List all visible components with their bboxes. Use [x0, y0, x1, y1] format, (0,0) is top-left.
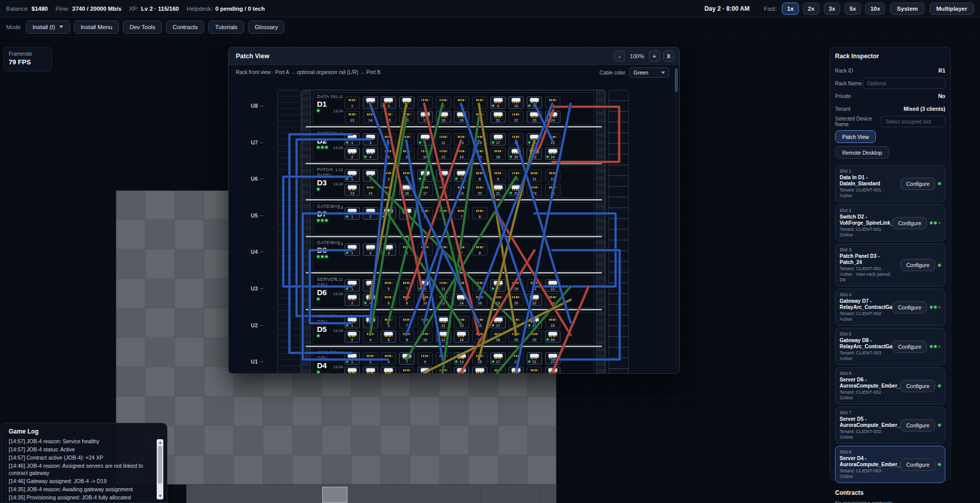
port-cell[interactable]: 16 [472, 367, 487, 373]
speed-button-5x[interactable]: 5x [844, 3, 861, 15]
port-cell[interactable]: 22 [527, 294, 542, 306]
port-cell[interactable]: 23 [545, 279, 560, 292]
remote-desktop-button[interactable]: Remote Desktop [835, 146, 889, 159]
port-cell[interactable]: 6 [381, 148, 396, 160]
system-button[interactable]: System [890, 3, 924, 15]
port-cell[interactable]: 24 [545, 367, 560, 373]
port-cell[interactable]: 5 [381, 279, 396, 292]
configure-button[interactable]: Configure [900, 459, 935, 471]
port-cell[interactable]: 7 [399, 352, 414, 365]
port-cell[interactable]: 1 [345, 133, 360, 146]
port-cell[interactable]: 8 [472, 170, 487, 182]
port-cell[interactable]: 7 [454, 170, 469, 182]
port-cell[interactable]: 5 [418, 97, 433, 109]
port-cell[interactable]: 23 [527, 111, 542, 123]
port-cell[interactable]: 6 [436, 170, 451, 182]
port-cell[interactable]: 14 [454, 330, 469, 343]
port-cell[interactable]: 6 [381, 330, 396, 343]
port-cell[interactable]: 10 [508, 97, 524, 109]
mode-select[interactable]: Install (I) [26, 20, 70, 34]
port-cell[interactable]: 4 [363, 148, 378, 160]
port-cell[interactable]: 23 [545, 133, 560, 146]
multiplayer-button[interactable]: Multiplayer [929, 3, 974, 15]
port-cell[interactable]: 10 [418, 330, 433, 343]
port-cell[interactable]: 4 [363, 294, 378, 306]
slot-card-1[interactable]: Slot 1Data In D1 - DataIn_StandardTenant… [835, 165, 945, 202]
configure-button[interactable]: Configure [900, 380, 935, 392]
configure-button[interactable]: Configure [892, 341, 927, 353]
port-cell[interactable]: 11 [436, 279, 451, 292]
configure-button[interactable]: Configure [900, 178, 935, 190]
port-cell[interactable]: 11 [527, 170, 542, 182]
port-cell[interactable]: 4 [399, 170, 414, 182]
port-cell[interactable]: 18 [491, 294, 506, 306]
port-cell[interactable]: 20 [508, 148, 524, 160]
port-cell[interactable]: 17 [418, 111, 433, 123]
port-cell[interactable]: 17 [491, 279, 506, 292]
port-cell[interactable]: 9 [491, 97, 506, 109]
port-cell[interactable]: 2 [363, 207, 378, 220]
port-cell[interactable]: 19 [454, 184, 469, 196]
port-cell[interactable]: 14 [363, 184, 378, 196]
port-cell[interactable]: 5 [418, 207, 433, 220]
port-cell[interactable]: 24 [545, 294, 560, 306]
port-cell[interactable]: 6 [436, 97, 451, 109]
port-cell[interactable]: 7 [399, 279, 414, 292]
slot-card-7[interactable]: Slot 7Server D5 - AuroraCompute_Ember_1U… [835, 406, 945, 444]
port-cell[interactable]: 2 [345, 367, 360, 373]
port-cell[interactable]: 2 [345, 330, 360, 343]
port-cell[interactable]: 14 [454, 294, 469, 306]
port-cell[interactable]: 23 [545, 316, 560, 328]
port-cell[interactable]: 20 [472, 184, 487, 196]
port-cell[interactable]: 16 [399, 111, 414, 123]
port-cell[interactable]: 13 [454, 133, 469, 146]
scroll-up-icon[interactable] [159, 441, 162, 444]
port-cell[interactable]: 1 [345, 316, 360, 328]
toolbar-button-install-menu[interactable]: Install Menu [74, 20, 119, 34]
port-cell[interactable]: 12 [436, 330, 451, 343]
port-cell[interactable]: 23 [545, 352, 560, 365]
port-cell[interactable]: 9 [418, 279, 433, 292]
configure-button[interactable]: Configure [900, 259, 935, 271]
port-cell[interactable]: 9 [418, 352, 433, 365]
configure-button[interactable]: Configure [892, 301, 927, 314]
port-cell[interactable]: 22 [508, 111, 524, 123]
port-cell[interactable]: 7 [399, 133, 414, 146]
speed-button-3x[interactable]: 3x [824, 3, 841, 15]
port-cell[interactable]: 20 [508, 367, 524, 373]
port-cell[interactable]: 11 [436, 316, 451, 328]
port-cell[interactable]: 15 [472, 279, 487, 292]
port-cell[interactable]: 6 [381, 367, 396, 373]
port-cell[interactable]: 15 [381, 184, 396, 196]
port-cell[interactable]: 16 [472, 294, 487, 306]
port-cell[interactable]: 5 [381, 352, 396, 365]
port-cell[interactable]: 20 [508, 294, 524, 306]
port-cell[interactable]: 20 [508, 330, 524, 343]
port-cell[interactable]: 12 [436, 148, 451, 160]
port-cell[interactable]: 16 [472, 148, 487, 160]
port-cell[interactable]: 24 [545, 148, 560, 160]
port-cell[interactable]: 17 [418, 184, 433, 196]
port-cell[interactable]: 3 [381, 244, 396, 256]
port-cell[interactable]: 20 [472, 111, 487, 123]
cable-color-select[interactable]: Green [629, 67, 669, 78]
port-cell[interactable]: 13 [345, 111, 360, 123]
port-cell[interactable]: 12 [436, 294, 451, 306]
slot-card-4[interactable]: Slot 4Gateway D7 - RelayArc_ContractGate… [835, 289, 945, 326]
port-cell[interactable]: 4 [399, 244, 414, 256]
slot-card-5[interactable]: Slot 5Gateway D8 - RelayArc_ContractGate… [835, 328, 945, 365]
slot-card-6[interactable]: Slot 6Server D6 - AuroraCompute_Ember_1U… [835, 367, 945, 404]
port-cell[interactable]: 24 [545, 111, 560, 123]
port-cell[interactable]: 5 [381, 133, 396, 146]
port-cell[interactable]: 5 [418, 244, 433, 256]
port-cell[interactable]: 22 [527, 148, 542, 160]
port-cell[interactable]: 8 [472, 97, 487, 109]
port-cell[interactable]: 15 [472, 352, 487, 365]
zoom-in-button[interactable]: + [649, 51, 660, 62]
port-cell[interactable]: 19 [508, 279, 524, 292]
close-button[interactable]: X [663, 51, 674, 62]
patch-view-button[interactable]: Patch View [835, 130, 876, 143]
port-cell[interactable]: 18 [436, 111, 451, 123]
port-cell[interactable]: 3 [363, 279, 378, 292]
port-cell[interactable]: 2 [345, 148, 360, 160]
